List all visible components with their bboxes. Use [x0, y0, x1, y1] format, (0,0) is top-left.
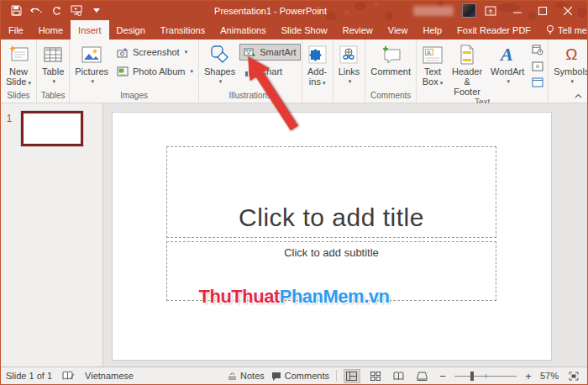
add-ins-button[interactable]: Add- ins▾: [303, 40, 332, 90]
wordart-button[interactable]: A WordArt ▾: [486, 40, 528, 97]
photo-album-button[interactable]: Photo Album ▾: [113, 63, 197, 80]
wordart-icon: A: [497, 43, 517, 66]
smartart-label: SmartArt: [260, 47, 296, 57]
caret-down-icon: ▾: [571, 76, 575, 87]
label-line: Add-: [307, 66, 327, 76]
group-label-add-ins: [303, 90, 332, 103]
spell-check-icon[interactable]: [62, 371, 75, 382]
title-placeholder[interactable]: Click to add title: [166, 146, 496, 238]
slide-show-view-button[interactable]: [414, 369, 431, 383]
close-button[interactable]: [555, 1, 580, 20]
tab-tell-me[interactable]: Tell me: [538, 20, 588, 40]
table-button[interactable]: Table ▾: [38, 40, 68, 90]
group-add-ins: Add- ins▾: [302, 40, 333, 103]
tab-file[interactable]: File: [1, 20, 31, 40]
powerpoint-window: Presentation1 - PowerPoint File Home Ins…: [0, 0, 588, 385]
group-text: A Text Box▾ Header & Footer A Word: [417, 40, 549, 103]
tab-slide-show[interactable]: Slide Show: [274, 20, 335, 40]
window-controls: [505, 1, 580, 20]
comments-icon: [271, 372, 281, 381]
window-title: Presentation1 - PowerPoint: [214, 6, 327, 16]
tab-animations[interactable]: Animations: [213, 20, 273, 40]
comment-button[interactable]: Comment: [366, 40, 415, 90]
user-avatar[interactable]: [462, 3, 476, 18]
customize-qat-caret-icon[interactable]: [90, 4, 103, 18]
slide-counter: Slide 1 of 1: [6, 371, 52, 381]
start-slideshow-icon[interactable]: [70, 4, 83, 18]
text-box-icon: A: [422, 43, 444, 66]
caret-down-icon: ▾: [91, 76, 94, 87]
minimize-button[interactable]: [505, 1, 530, 20]
photo-album-label: Photo Album: [133, 66, 185, 76]
slide-canvas: Click to add title Click to add subtitle…: [103, 103, 587, 367]
zoom-slider-thumb[interactable]: [470, 372, 474, 381]
caret-down-icon: ▾: [52, 76, 55, 87]
notes-toggle[interactable]: Notes: [228, 371, 265, 381]
workspace: 1 Click to add title Click to add subtit…: [1, 103, 587, 367]
comments-toggle[interactable]: Comments: [271, 371, 329, 381]
date-time-icon: [532, 45, 543, 55]
maximize-button[interactable]: [530, 1, 555, 20]
links-button[interactable]: Links ▾: [334, 40, 365, 90]
statusbar-right: Notes Comments − +: [228, 369, 582, 383]
redo-icon[interactable]: [50, 4, 63, 18]
add-ins-icon: [307, 43, 328, 66]
zoom-out-button[interactable]: −: [438, 370, 448, 382]
tab-home[interactable]: Home: [31, 20, 71, 40]
zoom-in-button[interactable]: +: [523, 370, 533, 382]
tab-view[interactable]: View: [381, 20, 416, 40]
group-label-images: Images: [71, 90, 197, 103]
label-line: Header: [452, 66, 482, 76]
watermark: ThuThuatPhanMem.vn: [199, 286, 390, 308]
label-line: New: [9, 66, 28, 76]
shapes-button[interactable]: Shapes ▾: [200, 40, 239, 90]
pictures-icon: [81, 43, 102, 66]
collapse-ribbon-icon[interactable]: [572, 91, 584, 101]
slide-thumbnail-panel[interactable]: 1: [1, 103, 103, 367]
zoom-slider[interactable]: [454, 376, 517, 377]
caret-down-icon: ▾: [219, 76, 223, 87]
symbols-button[interactable]: Ω Symbols ▾: [549, 40, 588, 90]
watermark-blue-part: PhanMem.vn: [280, 286, 390, 307]
title-bar: Presentation1 - PowerPoint: [1, 1, 587, 20]
slide-thumbnail-selected[interactable]: [21, 111, 83, 146]
label-line: Links: [339, 66, 360, 76]
tab-transitions[interactable]: Transitions: [153, 20, 213, 40]
screenshot-button[interactable]: Screenshot ▾: [113, 44, 197, 61]
caret-down-icon: ▾: [190, 68, 193, 75]
group-tables: Table ▾ Tables: [37, 40, 70, 103]
tab-tell-me-label: Tell me: [558, 25, 587, 35]
tab-foxit-reader-pdf[interactable]: Foxit Reader PDF: [449, 20, 538, 40]
zoom-level[interactable]: 57%: [540, 371, 559, 381]
header-footer-button[interactable]: Header & Footer: [448, 40, 486, 97]
date-time-button[interactable]: [530, 43, 545, 57]
reading-view-button[interactable]: [391, 369, 407, 383]
ribbon-display-options-icon[interactable]: [485, 6, 496, 16]
label-line: Comment: [370, 66, 411, 76]
zoom-slider-midpoint: [486, 374, 486, 378]
language-indicator[interactable]: Vietnamese: [85, 371, 134, 381]
object-button[interactable]: [530, 75, 545, 89]
label-line: Slide▾: [6, 76, 31, 88]
label-line: Symbols: [554, 66, 588, 76]
slide-number-button[interactable]: [530, 59, 545, 73]
tab-help[interactable]: Help: [415, 20, 449, 40]
undo-icon[interactable]: [29, 4, 43, 18]
slide-sorter-view-button[interactable]: [367, 369, 384, 383]
comments-label: Comments: [285, 371, 329, 381]
save-icon[interactable]: [9, 4, 23, 18]
tab-design[interactable]: Design: [109, 20, 153, 40]
svg-text:A: A: [499, 45, 513, 65]
watermark-red-part: ThuThuat: [199, 286, 280, 307]
normal-view-button[interactable]: [344, 369, 360, 383]
tab-review[interactable]: Review: [335, 20, 381, 40]
tab-insert[interactable]: Insert: [71, 20, 109, 40]
group-label-slides: Slides: [2, 90, 35, 103]
pictures-button[interactable]: Pictures ▾: [71, 40, 113, 90]
caret-down-icon: ▾: [323, 80, 326, 86]
status-bar: Slide 1 of 1 Vietnamese Notes Comments: [1, 367, 587, 384]
text-box-button[interactable]: A Text Box▾: [417, 40, 448, 97]
slide-editing-area[interactable]: Click to add title Click to add subtitle…: [113, 113, 551, 360]
fit-slide-to-window-button[interactable]: [565, 369, 582, 383]
new-slide-button[interactable]: New Slide▾: [2, 40, 35, 90]
